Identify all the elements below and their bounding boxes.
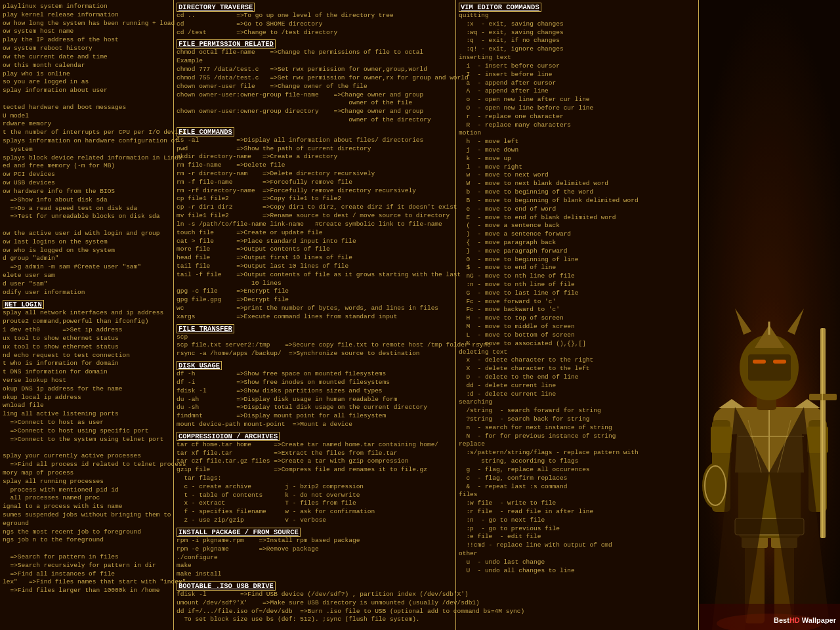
dir-traverse-title: DIRECTORY TRAVERSE (177, 3, 255, 12)
col2-file-permission: chmod octal file-name =>Change the permi… (177, 49, 453, 124)
svg-rect-31 (822, 328, 823, 538)
compression-title: COMPRESSIOION / ARCHIVES (177, 432, 280, 441)
column-1: playlinux system information play kernel… (0, 0, 174, 630)
svg-rect-18 (711, 427, 732, 453)
column-2: DIRECTORY TRAVERSE cd .. =>To go up one … (174, 0, 456, 630)
watermark: BestHD Wallpaper (774, 616, 836, 625)
col2-disk-usage: df -h =>Show free space on mounted files… (177, 370, 453, 429)
column-4: BestHD Wallpaper (699, 0, 840, 630)
col3-vim-quitting: quitting :x - exit, saving changes :wq -… (459, 12, 696, 575)
file-permission-title: FILE PERMISSION RELATED (177, 39, 276, 49)
main-container: playlinux system information play kernel… (0, 0, 840, 630)
col1-content: playlinux system information play kernel… (3, 3, 171, 297)
col2-file-commands: ls -al =>Display all information about f… (177, 136, 453, 322)
install-package-title: INSTALL PACKAGE / FROM SOURCE (177, 528, 301, 537)
warrior-image (699, 0, 840, 630)
file-commands-title: FILE COMMANDS (177, 127, 234, 136)
net-login-title: NET LOGIN (3, 300, 44, 309)
col1-net-login: splay all network interfaces and ip addr… (3, 309, 171, 595)
file-transfer-title: FILE TRANSFER (177, 324, 234, 333)
col2-bootable: fdisk -l =>Find USB device (/dev/sdf?) ,… (177, 591, 453, 624)
disk-usage-title: DISK USAGE (177, 361, 222, 370)
svg-rect-25 (753, 360, 766, 364)
bootable-title: BOOTABLE .ISO USB DRIVE (177, 581, 276, 591)
col2-dir-traverse: cd .. =>To go up one level of the direct… (177, 12, 453, 37)
col2-install-package: rpm -i pkgname.rpm =>Install rpm based p… (177, 537, 453, 579)
vim-title: VIM EDITOR COMMANDS (459, 3, 541, 12)
svg-point-32 (702, 463, 728, 509)
col2-file-transfer: scp scp file.txt server2:/tmp =>Secure c… (177, 333, 453, 358)
svg-rect-26 (773, 360, 786, 364)
col2-compression: tar cf home.tar home =>Create tar named … (177, 441, 453, 525)
svg-rect-24 (748, 354, 791, 381)
column-3: VIM EDITOR COMMANDS quitting :x - exit, … (456, 0, 699, 630)
